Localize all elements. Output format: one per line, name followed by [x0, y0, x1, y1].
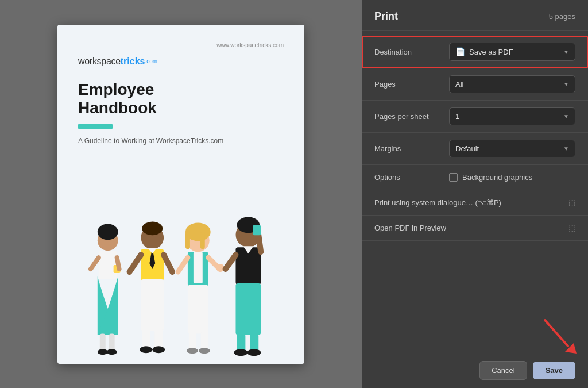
pages-dropdown[interactable]: All ▼	[449, 75, 575, 93]
doc-logo: workspacetricks.com	[78, 56, 284, 67]
people-illustration	[78, 180, 284, 364]
svg-point-18	[140, 346, 152, 353]
pages-dropdown-text: All	[455, 80, 560, 89]
svg-line-45	[258, 235, 261, 252]
svg-point-31	[187, 348, 198, 354]
svg-point-1	[98, 224, 118, 240]
svg-rect-46	[253, 225, 261, 235]
svg-rect-15	[141, 279, 164, 330]
svg-rect-17	[154, 329, 163, 349]
print-title: Print	[374, 10, 398, 22]
options-row: Options Background graphics	[362, 165, 588, 190]
options-label: Options	[374, 173, 449, 182]
destination-dropdown[interactable]: 📄 Save as PDF ▼	[449, 43, 575, 61]
margins-value[interactable]: Default ▼	[449, 140, 575, 157]
pages-value[interactable]: All ▼	[449, 75, 575, 93]
svg-rect-28	[188, 285, 208, 333]
svg-rect-24	[185, 232, 190, 249]
svg-rect-2	[99, 251, 117, 279]
pages-per-sheet-value[interactable]: 1 ▼	[449, 107, 575, 125]
svg-point-19	[152, 346, 165, 353]
margins-dropdown-text: Default	[455, 144, 560, 153]
svg-point-9	[107, 349, 117, 355]
print-header: Print 5 pages	[362, 0, 588, 31]
svg-point-32	[199, 348, 210, 354]
svg-rect-27	[194, 252, 203, 283]
logo-workspace: workspace	[78, 56, 121, 67]
margins-row: Margins Default ▼	[362, 133, 588, 165]
svg-line-4	[91, 258, 99, 269]
destination-label: Destination	[374, 48, 449, 56]
print-panel: Print 5 pages Destination 📄 Save as PDF …	[362, 0, 588, 388]
doc-underline	[78, 124, 113, 129]
svg-line-5	[117, 258, 119, 269]
pages-per-sheet-label: Pages per sheet	[374, 112, 449, 121]
doc-website: www.workspacetricks.com	[78, 42, 284, 48]
destination-value[interactable]: 📄 Save as PDF ▼	[449, 43, 575, 61]
svg-line-20	[130, 255, 141, 272]
svg-rect-29	[189, 332, 196, 350]
svg-line-33	[178, 258, 188, 272]
svg-point-8	[98, 349, 108, 355]
svg-line-21	[164, 255, 172, 272]
svg-rect-25	[200, 232, 205, 249]
document-preview: www.workspacetricks.com workspacetricks.…	[57, 25, 304, 364]
cancel-button[interactable]: Cancel	[479, 361, 527, 380]
pages-dropdown-arrow: ▼	[563, 81, 569, 87]
background-graphics-option[interactable]: Background graphics	[449, 173, 532, 182]
pages-label: Pages	[374, 80, 449, 89]
svg-rect-40	[235, 283, 261, 335]
system-dialog-link[interactable]: Print using system dialogue… (⌥⌘P) ⬚	[362, 190, 588, 216]
svg-point-44	[247, 349, 261, 356]
pages-row: Pages All ▼	[362, 68, 588, 101]
external-link-icon-2: ⬚	[568, 224, 575, 232]
logo-com: .com	[145, 58, 157, 64]
destination-row: Destination 📄 Save as PDF ▼	[362, 36, 588, 68]
svg-rect-30	[201, 332, 208, 350]
destination-dropdown-text: Save as PDF	[469, 48, 560, 56]
print-footer: Cancel Save	[362, 353, 588, 388]
external-link-icon: ⬚	[568, 198, 575, 207]
print-body: Destination 📄 Save as PDF ▼ Pages All ▼ …	[362, 31, 588, 353]
svg-rect-16	[142, 329, 150, 349]
print-pages-count: 5 pages	[549, 12, 575, 21]
svg-line-47	[226, 255, 236, 269]
margins-dropdown[interactable]: Default ▼	[449, 140, 575, 157]
doc-subtitle: A Gudeline to Working at WorkspaceTricks…	[78, 137, 284, 145]
logo-tricks: tricks	[121, 56, 145, 67]
destination-dropdown-arrow: ▼	[563, 49, 569, 55]
pages-per-sheet-dropdown-arrow: ▼	[563, 113, 569, 120]
margins-dropdown-arrow: ▼	[563, 145, 569, 152]
pages-per-sheet-dropdown[interactable]: 1 ▼	[449, 107, 575, 125]
doc-illustration	[78, 156, 284, 364]
save-button[interactable]: Save	[533, 362, 575, 379]
doc-title: Employee Handbook	[78, 80, 284, 117]
preview-pane: www.workspacetricks.com workspacetricks.…	[0, 0, 362, 388]
system-dialog-text: Print using system dialogue… (⌥⌘P)	[374, 198, 501, 207]
margins-label: Margins	[374, 144, 449, 153]
pdf-icon: 📄	[455, 47, 465, 56]
open-pdf-link[interactable]: Open PDF in Preview ⬚	[362, 216, 588, 241]
svg-point-43	[234, 349, 247, 356]
svg-rect-6	[100, 333, 106, 351]
svg-rect-7	[109, 333, 115, 351]
svg-point-11	[142, 221, 163, 235]
background-graphics-label: Background graphics	[462, 173, 532, 182]
pages-per-sheet-row: Pages per sheet 1 ▼	[362, 101, 588, 133]
background-graphics-checkbox[interactable]	[449, 173, 458, 182]
open-pdf-text: Open PDF in Preview	[374, 224, 446, 232]
pages-per-sheet-dropdown-text: 1	[455, 112, 560, 121]
